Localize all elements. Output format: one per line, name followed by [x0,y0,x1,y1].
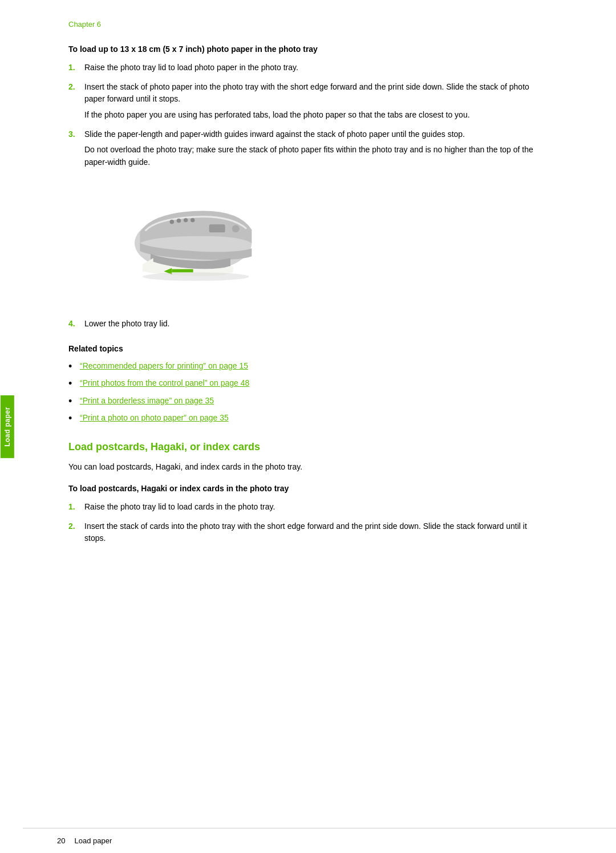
step-4-text: Lower the photo tray lid. [84,319,169,328]
step-3-sub: Do not overload the photo tray; make sur… [84,144,548,168]
related-topics-section: Related topics • “Recommended papers for… [68,344,548,426]
related-topics-heading: Related topics [68,344,548,353]
related-link-4[interactable]: • “Print a photo on photo paper” on page… [68,412,548,425]
step-1-number: 1. [68,62,84,74]
section2-steps-list: 1. Raise the photo tray lid to load card… [68,501,548,545]
section2-step-2-text: Insert the stack of cards into the photo… [84,521,527,543]
section2-step-2: 2. Insert the stack of cards into the ph… [68,520,548,545]
section1-heading: To load up to 13 x 18 cm (5 x 7 inch) ph… [68,45,548,54]
bullet-dot-1: • [68,360,80,373]
step-3-main: Slide the paper-length and paper-width g… [84,130,465,139]
related-link-2-text[interactable]: “Print photos from the control panel” on… [80,377,249,389]
section2-step-2-number: 2. [68,520,84,545]
bullet-dot-4: • [68,412,80,425]
step-2-number: 2. [68,81,84,122]
svg-point-5 [191,218,194,222]
svg-rect-1 [172,269,193,273]
svg-point-7 [232,225,240,232]
related-link-3-text[interactable]: “Print a borderless image” on page 35 [80,395,214,407]
bullet-dot-3: • [68,395,80,408]
related-topics-list: • “Recommended papers for printing” on p… [68,360,548,426]
section2-step-1-number: 1. [68,501,84,514]
steps-list: 1. Raise the photo tray lid to load phot… [68,62,548,169]
section2-subheading: To load postcards, Hagaki or index cards… [68,484,548,493]
related-link-4-text[interactable]: “Print a photo on photo paper” on page 3… [80,412,229,424]
bullet-dot-2: • [68,377,80,390]
step-3: 3. Slide the paper-length and paper-widt… [68,128,548,169]
svg-point-2 [170,220,174,224]
step-4: 4. Lower the photo tray lid. [68,319,548,328]
step-4-number: 4. [68,319,84,328]
svg-point-8 [143,272,249,281]
step-2-sub: If the photo paper you are using has per… [84,109,548,122]
section2-intro: You can load postcards, Hagaki, and inde… [68,461,548,474]
section2-heading: Load postcards, Hagaki, or index cards [68,441,548,453]
related-link-3[interactable]: • “Print a borderless image” on page 35 [68,395,548,408]
svg-rect-6 [209,224,225,232]
footer-section-label: Load paper [74,836,112,845]
related-link-1-text[interactable]: “Recommended papers for printing” on pag… [80,360,248,372]
section2-step-1: 1. Raise the photo tray lid to load card… [68,501,548,514]
footer-page-number: 20 [57,836,65,845]
step-1-text: Raise the photo tray lid to load photo p… [84,63,298,72]
footer: 20 Load paper [23,828,616,853]
chapter-label: Chapter 6 [68,20,548,29]
printer-illustration [103,186,548,302]
section2-step-1-text: Raise the photo tray lid to load cards i… [84,502,275,511]
step-2-main: Insert the stack of photo paper into the… [84,82,529,104]
related-link-2[interactable]: • “Print photos from the control panel” … [68,377,548,390]
related-link-1[interactable]: • “Recommended papers for printing” on p… [68,360,548,373]
step-2: 2. Insert the stack of photo paper into … [68,81,548,122]
svg-point-3 [177,219,181,223]
side-tab: Load paper [1,395,14,458]
step-3-number: 3. [68,128,84,169]
svg-point-4 [184,218,188,222]
step-1: 1. Raise the photo tray lid to load phot… [68,62,548,74]
